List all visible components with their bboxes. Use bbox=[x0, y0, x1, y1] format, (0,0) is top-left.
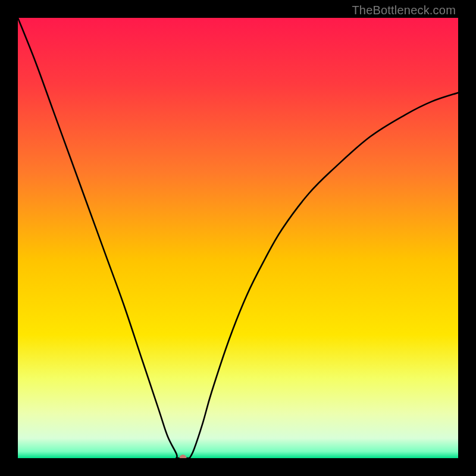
svg-rect-0 bbox=[18, 18, 458, 458]
plot-area bbox=[18, 18, 458, 458]
background-gradient bbox=[18, 18, 458, 458]
watermark-text: TheBottleneck.com bbox=[352, 4, 456, 17]
chart-stage: TheBottleneck.com bbox=[0, 0, 476, 476]
